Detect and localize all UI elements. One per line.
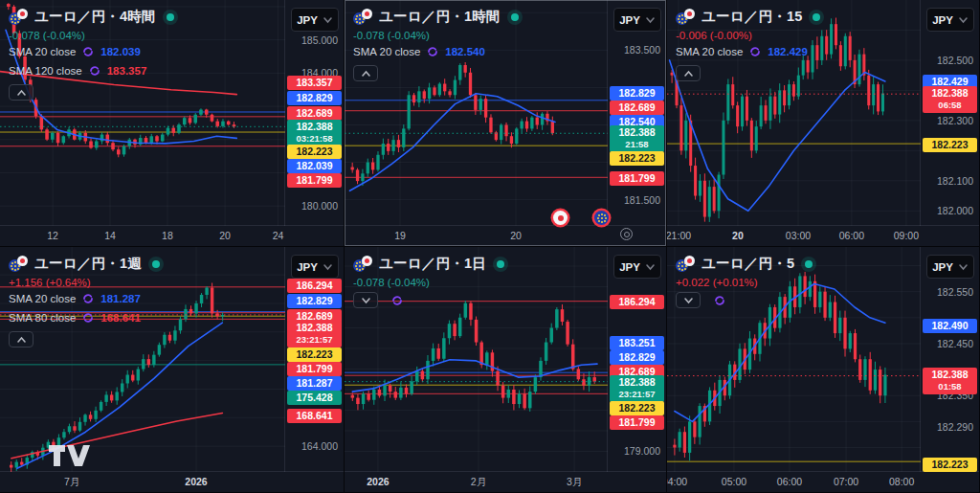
price-axis-label: 185.000 [301, 34, 338, 46]
indicator-legend-row[interactable]: SMA 20 close182.540 [353, 43, 519, 60]
candle-body [746, 97, 748, 121]
currency-selector-dropdown[interactable]: JPY [926, 8, 974, 32]
candle-body [453, 324, 456, 336]
symbol-title[interactable]: ユーロ／円・15 [702, 8, 802, 26]
candle-body [489, 118, 492, 133]
indicator-legend-row[interactable]: SMA 20 close182.429 [676, 43, 820, 60]
currency-selector-dropdown[interactable]: JPY [613, 8, 661, 32]
candle-body [163, 335, 166, 345]
candle-body [179, 319, 182, 330]
time-label: 08:00 [889, 476, 914, 487]
candle-body [755, 126, 758, 150]
candle-body [362, 393, 365, 404]
time-label: 2026 [185, 476, 207, 487]
candle-body [193, 115, 197, 123]
symbol-title[interactable]: ユーロ／円・1日 [379, 255, 486, 273]
badge-price: 182.829 [297, 295, 333, 306]
chevron-down-icon [958, 263, 969, 271]
currency-selector-dropdown[interactable]: JPY [291, 255, 339, 279]
symbol-title[interactable]: ユーロ／円・5 [702, 255, 794, 273]
indicator-value: 181.287 [100, 293, 141, 304]
candle-body [854, 333, 857, 359]
currency-selector-dropdown[interactable]: JPY [291, 8, 339, 32]
current-price-badge: 182.38803:21:58 [287, 120, 342, 146]
currency-selector-dropdown[interactable]: JPY [926, 255, 974, 279]
chart-panel-1w: 7月2026164.000186.294182.829182.689182.38… [0, 247, 345, 493]
expand-legend-button[interactable] [676, 292, 701, 308]
candle-body [432, 348, 434, 361]
currency-selector-dropdown[interactable]: JPY [613, 255, 661, 279]
time-label: 04:00 [667, 476, 687, 487]
candle-body [389, 386, 391, 392]
candle-body [673, 445, 676, 448]
sma-line[interactable] [11, 414, 223, 459]
price-axis[interactable]: 185.000184.000180.000183.357182.829182.6… [284, 0, 344, 226]
time-axis[interactable]: 7月2026 [0, 471, 344, 492]
time-axis[interactable]: 04:0005:0006:0007:0008:00 [667, 471, 979, 492]
symbol-title[interactable]: ユーロ／円・4時間 [34, 8, 156, 26]
candle-body [227, 122, 231, 124]
sma-line[interactable] [350, 94, 556, 191]
sma-line[interactable] [670, 60, 885, 211]
price-axis[interactable]: 179.000186.294183.251182.829182.689182.3… [607, 247, 666, 472]
candle-body [765, 105, 768, 121]
time-axis[interactable]: 20262月3月 [345, 471, 666, 492]
chevron-down-icon [645, 263, 656, 271]
indicator-label: SMA 120 close [9, 65, 82, 77]
candle-body [555, 309, 558, 327]
price-badge: 183.251 [610, 336, 664, 350]
candle-body [534, 377, 537, 392]
collapse-legend-button[interactable] [353, 65, 378, 81]
panel-header: ユーロ／円・15-0.006 (-0.00%)SMA 20 close182.4… [676, 7, 820, 81]
symbol-title[interactable]: ユーロ／円・1週 [34, 255, 142, 273]
candle-body [843, 318, 846, 349]
price-axis[interactable]: 164.000186.294182.829182.689182.38823:21… [284, 247, 344, 472]
candle-body [783, 90, 786, 105]
price-axis[interactable]: 182.500182.300182.100182.000182.429182.3… [920, 0, 979, 226]
time-axis[interactable]: 1920 [345, 225, 666, 246]
candle-body [402, 128, 405, 147]
price-axis[interactable]: 183.500181.500182.829182.689182.540182.3… [607, 0, 666, 226]
candle-body [510, 136, 513, 144]
sync-icon [390, 294, 404, 307]
timezone-gear-icon[interactable] [620, 228, 633, 240]
candle-body [731, 84, 734, 105]
price-badge: 182.829 [287, 91, 342, 105]
current-price-badge: 182.38806:58 [923, 86, 977, 113]
candle-body [383, 386, 386, 396]
candle-body [713, 187, 716, 211]
candle-body [111, 143, 115, 149]
price-axis-label: 182.450 [937, 338, 973, 349]
candle-body [504, 125, 507, 137]
collapse-legend-button[interactable] [676, 65, 701, 81]
economic-event-icon-japan[interactable] [553, 211, 568, 225]
economic-event-icon-eu[interactable] [594, 211, 609, 225]
expand-legend-button[interactable] [353, 292, 378, 308]
time-axis[interactable]: 21:002003:0006:0009:00 [667, 225, 979, 246]
price-axis[interactable]: 182.550182.450182.350182.290182.490182.3… [920, 247, 979, 472]
candle-body [100, 402, 102, 411]
symbol-title[interactable]: ユーロ／円・1時間 [379, 8, 501, 26]
collapse-legend-button[interactable] [9, 84, 33, 101]
collapse-legend-button[interactable] [9, 331, 33, 347]
tradingview-logo[interactable] [48, 444, 92, 467]
symbol-title-row: ユーロ／円・1週 [9, 254, 160, 274]
time-axis[interactable]: 1214182024 [0, 225, 344, 246]
time-label: 24 [273, 230, 284, 241]
indicator-legend-row[interactable]: SMA 20 close182.039 [9, 43, 174, 60]
candle-body [867, 76, 870, 105]
badge-price: 186.294 [297, 280, 333, 291]
candle-body [94, 411, 97, 419]
candle-body [194, 303, 197, 313]
badge-price: 182.388 [297, 322, 333, 333]
currency-selector-label: JPY [297, 261, 318, 273]
indicator-legend-row[interactable]: SMA 80 close168.641 [9, 309, 160, 326]
candle-body [825, 36, 828, 55]
candle-body [95, 142, 99, 148]
indicator-legend-row[interactable]: SMA 120 close183.357 [9, 62, 174, 79]
market-status-dot [497, 260, 504, 268]
badge-price: 182.039 [297, 160, 333, 171]
candle-body [773, 97, 776, 115]
indicator-legend-row[interactable]: SMA 20 close181.287 [9, 290, 160, 307]
time-label: 2月 [471, 476, 486, 489]
